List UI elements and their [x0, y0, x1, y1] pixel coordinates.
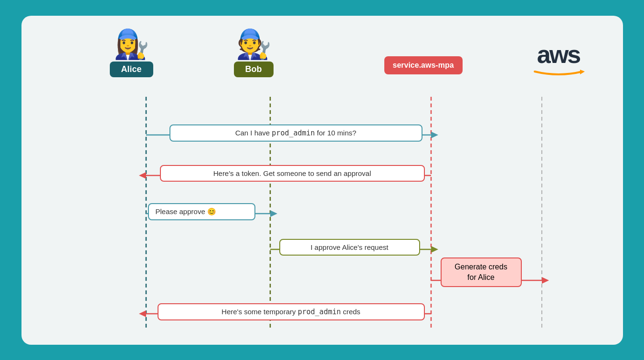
svg-marker-9	[270, 210, 277, 217]
message-4-text: I approve Alice's request	[311, 243, 389, 251]
message-5-box: Generate credsfor Alice	[441, 257, 522, 288]
main-card: 👩‍🔧 Alice 🧑‍🔧 Bob service.aws-mpa aws Ca…	[21, 16, 623, 345]
bob-label: Bob	[234, 62, 274, 77]
message-5-text: Generate credsfor Alice	[454, 262, 507, 283]
message-1-text: Can I have prod_admin for 10 mins?	[235, 129, 357, 137]
message-2-box: Here's a token. Get someone to send an a…	[160, 165, 425, 182]
svg-marker-5	[431, 132, 438, 138]
message-6-text: Here's some temporary prod_admin creds	[222, 308, 360, 316]
alice-emoji: 👩‍🔧	[114, 30, 149, 59]
svg-marker-15	[139, 310, 146, 317]
aws-arrow-icon	[532, 67, 585, 77]
actor-service: service.aws-mpa	[384, 56, 463, 74]
message-3-text: Please approve 😊	[156, 207, 216, 216]
svg-marker-16	[580, 70, 585, 74]
svg-marker-13	[542, 277, 549, 284]
message-2-text: Here's a token. Get someone to send an a…	[213, 169, 371, 177]
actor-alice: 👩‍🔧 Alice	[110, 30, 153, 77]
service-label: service.aws-mpa	[384, 56, 463, 74]
message-6-box: Here's some temporary prod_admin creds	[158, 303, 425, 320]
alice-label: Alice	[110, 62, 153, 77]
svg-marker-11	[431, 246, 438, 253]
aws-logo: aws	[532, 42, 585, 77]
message-1-box: Can I have prod_admin for 10 mins?	[169, 124, 422, 142]
message-4-box: I approve Alice's request	[279, 239, 420, 256]
message-3-box: Please approve 😊	[148, 203, 255, 220]
actor-bob: 🧑‍🔧 Bob	[234, 30, 274, 77]
aws-text: aws	[537, 42, 580, 67]
svg-marker-7	[139, 172, 146, 179]
bob-emoji: 🧑‍🔧	[236, 30, 272, 59]
